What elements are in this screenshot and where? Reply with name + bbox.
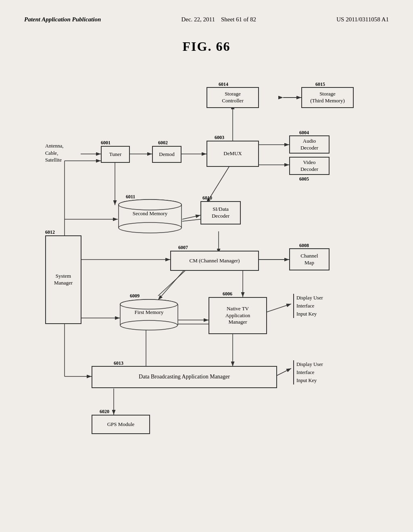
display-ui-2-label: Display UserInterfaceInput Key	[293, 360, 323, 384]
header-right: US 2011/0311058 A1	[336, 16, 389, 23]
svg-line-17	[158, 268, 186, 300]
diagram-area: Antenna,Cable,Satellite Tuner 6001 Demod…	[33, 62, 380, 485]
storage-third-box: Storage(Third Memory)	[301, 87, 354, 108]
storage-third-id: 6015	[315, 81, 325, 87]
demod-box: Demod	[152, 146, 181, 163]
native-tv-id: 6006	[223, 291, 232, 297]
first-memory-id: 6009	[130, 293, 140, 299]
demux-id: 6003	[215, 135, 224, 141]
svg-point-38	[119, 222, 181, 233]
data-broadcasting-id: 6013	[114, 360, 123, 366]
antenna-label: Antenna,Cable,Satellite	[45, 143, 63, 164]
system-manager-id: 6012	[45, 229, 55, 235]
audio-decoder-id: 6004	[299, 130, 309, 136]
video-decoder-box: VideoDecoder	[289, 157, 330, 175]
channel-map-box: ChannelMap	[289, 248, 330, 270]
display-ui-1-label: Display UserInterfaceInput Key	[293, 294, 323, 318]
data-broadcasting-box: Data Broadcasting Application Manager	[92, 366, 277, 388]
demux-box: DeMUX	[206, 141, 259, 167]
svg-line-18	[158, 270, 186, 296]
header: Patent Application Publication Dec. 22, …	[0, 0, 413, 27]
svg-line-13	[182, 219, 200, 221]
header-center: Dec. 22, 2011 Sheet 61 of 82	[181, 16, 256, 23]
cm-box: CM (Channel Manager)	[170, 251, 259, 271]
header-date: Dec. 22, 2011	[181, 16, 215, 23]
demod-id: 6002	[158, 140, 168, 146]
fig-title: FIG. 66	[0, 39, 413, 54]
header-sheet: Sheet 61 of 82	[221, 16, 256, 23]
cm-id: 6007	[178, 245, 188, 251]
header-left: Patent Application Publication	[24, 16, 101, 23]
second-memory-id: 6011	[126, 194, 135, 200]
storage-controller-id: 6014	[219, 81, 228, 87]
svg-line-32	[275, 368, 291, 376]
diagram-arrows	[33, 62, 380, 485]
svg-line-12	[182, 215, 200, 219]
svg-line-22	[267, 304, 291, 312]
second-memory-cylinder: Second Memory	[118, 199, 182, 233]
video-decoder-id: 6005	[299, 176, 309, 182]
si-data-id: 6010	[202, 195, 212, 201]
native-tv-box: Native TVApplicationManager	[209, 297, 267, 334]
storage-controller-box: StorageController	[206, 87, 259, 108]
svg-point-44	[120, 320, 177, 330]
channel-map-id: 6008	[299, 243, 309, 249]
audio-decoder-box: AudioDecoder	[289, 135, 330, 154]
system-manager-box: SystemManager	[45, 235, 81, 324]
tuner-box: Tuner	[101, 146, 130, 163]
svg-point-45	[120, 299, 177, 309]
gps-module-box: GPS Module	[92, 415, 150, 434]
si-data-decoder-box: SI/DataDecoder	[200, 201, 241, 224]
svg-point-39	[119, 200, 181, 210]
first-memory-cylinder: First Memory	[120, 299, 178, 330]
gps-module-id: 6020	[100, 409, 109, 415]
page: Patent Application Publication Dec. 22, …	[0, 0, 413, 532]
tuner-id: 6001	[101, 140, 111, 146]
